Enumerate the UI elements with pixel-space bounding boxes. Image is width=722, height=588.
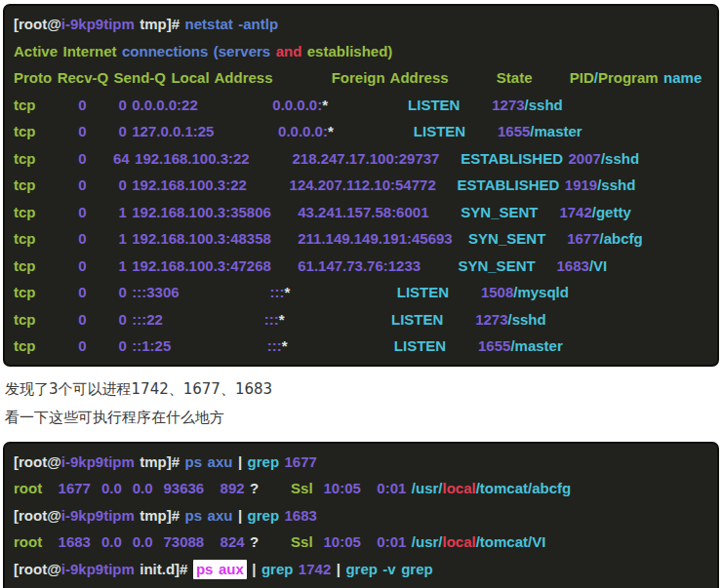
text-segment: tmp]# [135,507,185,524]
text-segment: 0 [78,97,86,113]
text-segment [250,150,293,167]
text-segment: 1683 [59,533,91,550]
text-segment: tcp [14,97,36,113]
text-segment: 93636 [163,480,204,496]
text-segment: Ssl [291,533,313,550]
text-segment [36,97,79,113]
terminal-line: tcp 0 0 127.0.0.1:25 0.0.0.0:* LISTEN 16… [14,118,713,145]
terminal-line: [root@i-9kp9tipm tmp]# ps axu | grep 167… [14,449,713,476]
text-segment [36,230,79,247]
text-segment [453,230,468,247]
text-segment [122,533,133,550]
text-segment: 824 [221,533,245,550]
text-segment: grep -v grep [345,561,432,577]
text-segment: 0 [78,257,86,274]
text-segment: 1683 [557,257,589,274]
text-segment: /usr/ [412,533,443,550]
text-segment: LISTEN [414,123,465,139]
text-segment: ESTABLISHED [461,150,563,167]
terminal-line: tcp 0 1 192.168.100.3:48358 211.149.149.… [14,225,713,253]
terminal-line: root 1677 0.0 0.0 93636 892 ? Ssl 10:05 … [14,475,713,502]
text-segment: * [328,123,414,139]
text-segment: /usr/ [412,480,443,496]
text-segment: /tomcat/abcfg [476,480,572,496]
text-segment: * [282,337,394,354]
text-segment: netstat -antlp [185,16,278,32]
text-segment: 0.0 [101,480,122,496]
text-segment: 0 [78,230,86,247]
text-segment: 0 [78,150,86,167]
text-segment: 1508 [481,284,513,300]
text-segment [87,284,119,300]
terminal-line: tcp 0 0 192.168.100.3:22 124.207.112.10:… [14,172,713,199]
text-segment [443,311,475,328]
text-segment: i-9kp9tipm [61,16,135,32]
text-segment: 0 [78,284,86,300]
text-segment: local [443,533,476,550]
text-segment: root [14,480,42,496]
text-segment: grep [261,561,299,577]
text-segment: SYN_SENT [458,257,535,274]
text-segment [91,480,101,496]
text-segment [313,480,324,496]
text-segment: 0 [78,123,86,139]
text-segment [87,97,119,113]
terminal-line: tcp 0 0 :::3306 :::* LISTEN 1508/mysqld [14,279,713,306]
text-segment: ? [245,533,291,550]
text-segment [539,204,560,220]
text-segment [271,257,298,274]
text-segment: Active Internet [14,43,117,59]
text-segment: 0 :::22 [118,311,162,328]
text-segment [87,337,119,354]
text-segment [421,257,458,274]
text-segment [36,284,79,300]
annotation-notes: 发现了3个可以进程1742、1677、1683 看一下这些可执行程序在什么地方 [5,375,718,432]
text-segment: 10:05 [324,533,361,550]
text-segment: init.d]# [135,561,193,577]
text-segment: 2007 [569,150,601,167]
text-segment: 0:01 [377,480,406,496]
text-segment: 64 192.168.100.3:22 [113,150,250,167]
text-segment: 892 [221,480,245,496]
text-segment [87,204,119,220]
text-segment [449,284,481,300]
text-segment: 0.0 [133,480,153,496]
terminal-line: [root@i-9kp9tipm init.d]# ps aux | grep … [14,556,713,583]
text-segment: /sshd [508,311,546,328]
text-segment: /tomcat/VI [476,533,546,550]
text-segment [180,284,270,300]
terminal-line: tcp 0 0 ::1:25 :::* LISTEN 1655/master [14,333,713,360]
text-segment: tcp [14,123,36,139]
text-segment [204,533,220,550]
text-segment: tcp [14,257,36,274]
text-segment: i-9kp9tipm [61,453,135,470]
terminal-line: root 1683 0.0 0.0 73088 824 ? Ssl 10:05 … [14,529,713,556]
text-segment [429,204,461,220]
terminal-line: Proto Recv-Q Send-Q Local Address Foreig… [14,64,713,92]
text-segment [361,480,377,496]
text-segment: 0 [78,176,86,193]
text-segment: | [331,561,345,577]
text-segment: 0 [78,311,86,328]
highlighted-command: ps aux [193,560,247,579]
text-segment [122,480,133,496]
text-segment: 0 192.168.100.3:22 [118,176,246,193]
text-segment: 1 192.168.100.3:48358 [118,230,270,247]
text-segment: 10:05 [324,480,361,496]
text-segment: SYN_SENT [461,204,538,220]
text-segment: tcp [14,230,36,247]
text-segment: LISTEN [391,311,443,328]
text-segment: [root@ [14,507,61,524]
text-segment: ps axu [185,453,238,470]
text-segment: /master [530,123,582,139]
terminal-line: Active Internet connections (servers and… [14,38,713,65]
text-segment [436,176,458,193]
text-segment: /abcfg [600,230,643,247]
text-segment [204,480,220,496]
text-segment: 1683 [285,507,317,524]
text-segment: i-9kp9tipm [61,507,135,524]
text-segment: Ssl [291,480,313,496]
text-segment [271,230,298,247]
terminal-line: tcp 0 64 192.168.100.3:22 218.247.17.100… [14,145,713,173]
text-segment: ? [245,480,291,496]
